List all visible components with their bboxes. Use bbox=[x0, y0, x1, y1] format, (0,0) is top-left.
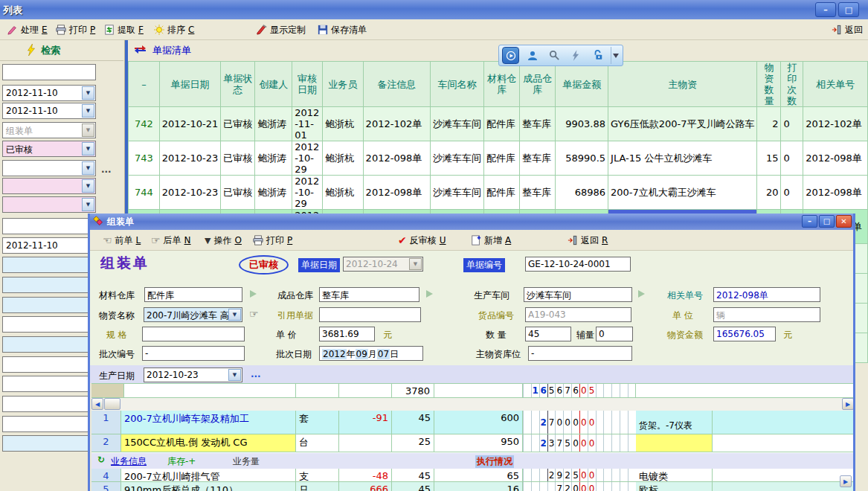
column-header[interactable]: 单据状态 bbox=[221, 62, 255, 107]
dialog-toolbar-button-operate[interactable]: ▼操作O bbox=[205, 233, 242, 248]
minimize-button[interactable]: – bbox=[815, 2, 836, 17]
cell[interactable]: 0 bbox=[781, 176, 803, 210]
cell[interactable]: 2012-098单 bbox=[803, 176, 868, 210]
cell[interactable]: 只 bbox=[296, 482, 339, 491]
detail-row[interactable]: 4200-7立机川崎排气管支-484565292500电镀类 bbox=[91, 469, 854, 482]
dropdown-arrow-icon[interactable]: ▼ bbox=[228, 309, 241, 321]
column-header[interactable]: 业务员 bbox=[322, 62, 363, 107]
dropdown-arrow-icon[interactable]: ▼ bbox=[82, 142, 94, 155]
cell[interactable]: 配件库 bbox=[484, 176, 520, 210]
cell[interactable]: 2012-10-21 bbox=[159, 107, 221, 141]
related-doc-input[interactable]: 2012-098单 bbox=[713, 287, 820, 302]
goods-no-input[interactable]: A19-043 bbox=[525, 307, 631, 322]
cell[interactable]: GY6压低款200-7平叉川崎公路车 bbox=[608, 107, 757, 141]
cell[interactable]: -91 bbox=[339, 411, 392, 434]
dialog-maximize-button[interactable]: □ bbox=[819, 215, 835, 228]
dialog-toolbar-button-new[interactable]: 新增A bbox=[471, 233, 511, 248]
cell[interactable]: 沙滩车车间 bbox=[431, 107, 484, 141]
search-field-20-input[interactable] bbox=[2, 435, 96, 452]
dropdown-arrow-icon[interactable]: ▼ bbox=[228, 369, 241, 381]
cell[interactable]: 整车库 bbox=[520, 176, 556, 210]
column-header[interactable]: 成品仓库 bbox=[520, 62, 556, 107]
cell[interactable]: -48 bbox=[339, 469, 392, 481]
dialog-toolbar-button-prev[interactable]: ☜前单L bbox=[103, 233, 141, 248]
search-field-3-combo[interactable]: 2012-11-10▼ bbox=[2, 103, 96, 119]
cell[interactable]: 配件库 bbox=[484, 107, 520, 141]
cell[interactable]: 2012-102单 bbox=[803, 107, 868, 141]
cell[interactable]: 0 bbox=[781, 107, 803, 141]
search-field-19-input[interactable] bbox=[2, 416, 96, 432]
search-field-18-input[interactable] bbox=[2, 396, 96, 412]
unit-input[interactable]: 辆 bbox=[713, 307, 820, 322]
search-field-6-combo[interactable]: ▼ bbox=[2, 160, 96, 176]
user-icon[interactable] bbox=[524, 47, 541, 64]
detail-row[interactable]: 5910mm后桥总成（110）只666451672000欧标 bbox=[91, 482, 854, 491]
dropdown-arrow-icon[interactable]: ▼ bbox=[82, 161, 94, 175]
detail-row[interactable]: 2150CC立机电.倒 发动机 CG台259502375000 bbox=[91, 434, 854, 452]
cell[interactable]: 600 bbox=[434, 411, 523, 434]
cell[interactable]: 910mm后桥总成（110） bbox=[121, 482, 296, 491]
table-row[interactable]: 7422012-10-21已审核鲍浙涛2012-11-01鲍浙杭2012-102… bbox=[129, 107, 868, 141]
column-header[interactable]: 物资数量 bbox=[757, 62, 781, 107]
search-field-2-combo[interactable]: 2012-11-10▼ bbox=[2, 85, 96, 101]
cell[interactable]: 2012-098单 bbox=[363, 176, 430, 210]
batch-date-input[interactable]: 2012年09月07日 bbox=[319, 346, 423, 361]
cell[interactable]: 鲍浙涛 bbox=[255, 176, 292, 210]
horizontal-scrollbar[interactable]: ◀▶ bbox=[91, 398, 854, 411]
product-warehouse-input[interactable]: 整车库 bbox=[319, 287, 419, 302]
cell[interactable]: 65 bbox=[434, 469, 523, 481]
cell[interactable]: 沙滩车车间 bbox=[431, 141, 484, 176]
dialog-toolbar-button-next[interactable]: ☞后单N bbox=[151, 233, 191, 248]
cell[interactable]: 已审核 bbox=[221, 141, 255, 176]
stock-link[interactable]: 库存-+ bbox=[167, 455, 196, 468]
toolbar-button-save-list[interactable]: 保存清单 bbox=[318, 22, 367, 37]
cell[interactable]: 16 bbox=[434, 482, 523, 491]
search-field-8-combo[interactable]: ▼ bbox=[2, 196, 96, 213]
cell[interactable]: 2012-10-23 bbox=[159, 141, 221, 176]
cell[interactable]: 电镀类 bbox=[636, 469, 713, 481]
doc-date-combo[interactable]: 2012-10-24▼ bbox=[343, 257, 423, 272]
cell[interactable]: 整车库 bbox=[520, 141, 556, 176]
detail-row[interactable]: 1200-7立机川崎车架及精加工套-91456002700000货架。-7仪表 bbox=[91, 411, 854, 434]
cell[interactable]: 2 bbox=[91, 434, 121, 452]
search-icon[interactable] bbox=[546, 47, 563, 64]
cell[interactable]: 5 bbox=[91, 482, 121, 491]
search-field-10-input[interactable]: 2012-11-10 bbox=[2, 237, 96, 254]
toolbar-button-extract[interactable]: 提取F bbox=[104, 22, 144, 37]
play-icon[interactable] bbox=[502, 47, 519, 64]
cell[interactable]: 整车库 bbox=[520, 107, 556, 141]
toolbar-button-process[interactable]: 处理E bbox=[7, 22, 48, 37]
cell[interactable]: 150CC立机电.倒 发动机 CG bbox=[121, 434, 296, 452]
dropdown-arrow-icon[interactable]: ▼ bbox=[409, 258, 422, 270]
search-field-7-combo[interactable]: ▼ bbox=[2, 178, 96, 194]
table-row[interactable]: 7442012-10-23已审核鲍浙涛2012-10-29鲍浙杭2012-098… bbox=[129, 176, 868, 210]
dialog-toolbar-button-return[interactable]: 返回R bbox=[568, 233, 608, 248]
dialog-toolbar-button-print[interactable]: 打印P bbox=[253, 233, 292, 248]
cell[interactable]: 744 bbox=[129, 176, 160, 210]
column-header[interactable]: 创建人 bbox=[255, 62, 292, 107]
dropdown-arrow-icon[interactable]: ▼ bbox=[82, 179, 94, 193]
ref-doc-input[interactable] bbox=[319, 307, 421, 322]
cell[interactable]: 支 bbox=[296, 469, 339, 481]
maximize-button[interactable]: □ bbox=[838, 2, 859, 17]
cell[interactable]: 鲍浙涛 bbox=[255, 107, 292, 141]
cell[interactable]: 58990.5 bbox=[556, 141, 608, 176]
column-header[interactable]: 相关单号 bbox=[803, 62, 868, 107]
dropdown-arrow-icon[interactable]: ▼ bbox=[82, 123, 94, 137]
cell[interactable]: 1 bbox=[91, 411, 121, 434]
cell[interactable]: 25 bbox=[392, 434, 434, 452]
volume-link[interactable]: 业务量 bbox=[233, 455, 260, 468]
cell[interactable]: 45 bbox=[392, 482, 434, 491]
cell[interactable]: 45 bbox=[392, 469, 434, 481]
dialog-minimize-button[interactable]: – bbox=[802, 215, 817, 228]
search-field-12-input[interactable] bbox=[2, 277, 96, 293]
cell[interactable] bbox=[339, 434, 392, 452]
dropdown-arrow-icon[interactable]: ▼ bbox=[82, 198, 94, 211]
search-field-16-input[interactable] bbox=[2, 356, 96, 373]
cell[interactable]: 2012-098单 bbox=[363, 141, 430, 176]
cell[interactable] bbox=[713, 482, 854, 491]
cell[interactable]: 2012-10-29 bbox=[292, 141, 323, 176]
qty-input[interactable]: 45 bbox=[525, 327, 571, 341]
column-header[interactable]: 审核日期 bbox=[292, 62, 323, 107]
cell[interactable]: 欧标 bbox=[636, 482, 713, 491]
